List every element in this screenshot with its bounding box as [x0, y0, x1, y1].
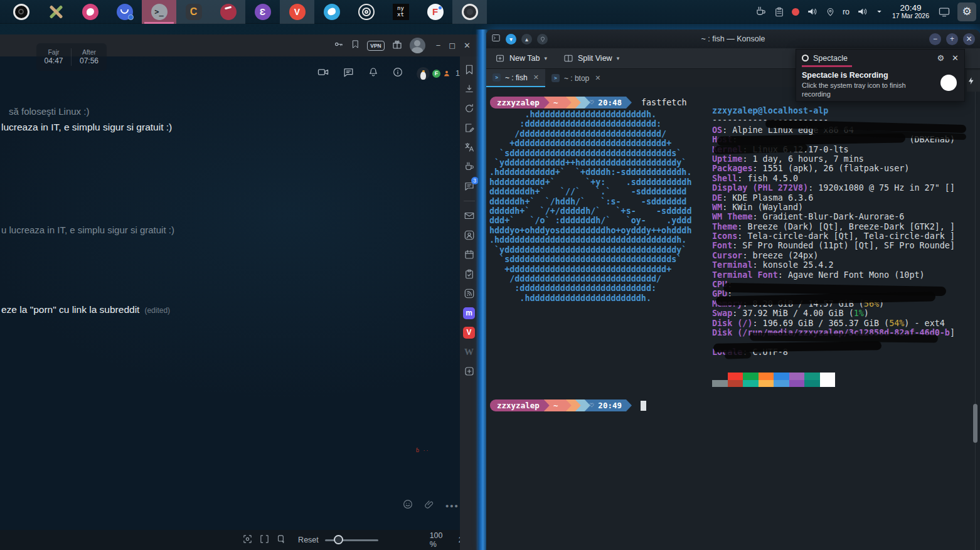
app-konsole-icon[interactable]: >_	[142, 0, 176, 24]
close-button[interactable]: ✕	[464, 41, 471, 50]
app-circle-dot-icon[interactable]	[4, 0, 38, 24]
fastfetch-info-line: Shell: fish 4.5.0	[712, 174, 955, 183]
recording-indicator-icon[interactable]	[792, 8, 799, 16]
app-telegram-icon[interactable]	[314, 0, 349, 24]
sidebar-envelope-icon[interactable]	[462, 209, 476, 223]
app-element-icon[interactable]: Ɛ	[245, 0, 280, 24]
konsole-tab[interactable]: >~ : fish✕	[486, 69, 545, 87]
app-blue-messenger-icon[interactable]	[107, 0, 142, 24]
app-cider-icon[interactable]: C	[176, 0, 211, 24]
region-capture-icon[interactable]	[242, 534, 253, 546]
emoji-icon[interactable]	[402, 499, 413, 512]
sidebar-translate-icon[interactable]	[462, 140, 476, 154]
minimize-button[interactable]: −	[436, 41, 441, 50]
sidebar-rss-icon[interactable]	[462, 287, 476, 300]
sidebar-noteedit-icon[interactable]	[462, 121, 476, 135]
zoom-slider-handle[interactable]	[334, 535, 343, 544]
maximize-button[interactable]: ◻	[449, 41, 455, 50]
tab-label: ~ : fish	[505, 73, 528, 82]
member-avatars[interactable]: F 15	[417, 67, 464, 80]
app-floorp-icon[interactable]: F	[418, 0, 452, 24]
vpn-badge[interactable]: VPN	[367, 41, 384, 51]
sidebar-calendar-icon[interactable]	[462, 248, 476, 262]
app-target-icon[interactable]	[349, 0, 383, 24]
app-darkred-icon[interactable]	[211, 0, 245, 24]
fastfetch-info-line: Packages: 1551 (apk), 26 (flatpak-user)	[712, 164, 955, 173]
terminal-app-icon[interactable]	[491, 33, 501, 45]
palette-swatch	[820, 380, 836, 388]
tray-expander-chevron-icon[interactable]	[875, 8, 883, 16]
chat-message: lucreaza in IT, e simplu sigur si gratui…	[1, 122, 172, 133]
sidebar-vivaldi-icon[interactable]: V	[462, 325, 476, 339]
prompt-line-1: zzxyzalep ~ ♡20:48 fastfetch	[490, 97, 687, 108]
new-tab-button[interactable]: New Tab ▾	[495, 53, 547, 63]
notification-body: Click the system tray icon to finish rec…	[802, 81, 921, 99]
key-icon[interactable]	[333, 39, 344, 52]
system-tray: ro 20:49 17 Mar 2026 ⚙	[755, 0, 980, 24]
volume-icon-2[interactable]	[856, 6, 868, 18]
user-avatar[interactable]	[410, 38, 425, 53]
palette-swatch	[712, 380, 728, 388]
recording-stop-button[interactable]	[940, 75, 957, 91]
reset-label[interactable]: Reset	[298, 536, 319, 544]
palette-swatch	[789, 373, 805, 380]
video-call-icon[interactable]	[317, 66, 329, 81]
konsole-titlebar[interactable]: ▾ ▴ ~ : fish — Konsole − + ✕	[486, 29, 980, 48]
display-config-icon[interactable]	[938, 6, 951, 18]
sidebar-refresh-icon[interactable]	[462, 102, 476, 115]
app-kodi-icon[interactable]	[38, 0, 73, 24]
zoom-toolbar: Reset 100 % 20:50	[0, 530, 478, 550]
profile-chevron-icon[interactable]: ▾	[506, 34, 516, 45]
konsole-tab[interactable]: >~ : btop✕	[545, 69, 607, 87]
app-nyxt-icon[interactable]: nyxt	[383, 0, 418, 24]
pin-icon[interactable]	[537, 34, 548, 45]
sidebar-bookmark-icon[interactable]	[462, 63, 476, 77]
close-button[interactable]: ✕	[963, 33, 975, 45]
volume-icon[interactable]	[806, 6, 818, 18]
terminal-viewport[interactable]: zzxyzalep ~ ♡20:48 fastfetch .hddddddddd…	[486, 87, 980, 550]
fastfetch-info-line: Cursor: breeze (24px)	[712, 251, 955, 260]
more-options-icon[interactable]: •••	[445, 500, 459, 511]
clipboard-tray-icon[interactable]	[774, 6, 785, 18]
digital-clock[interactable]: 20:49 17 Mar 2026	[892, 4, 929, 19]
fastfetch-info-line: Disk (/): 196.69 GiB / 365.37 GiB (54%) …	[712, 319, 955, 328]
attach-paperclip-icon[interactable]	[424, 499, 435, 512]
brackets-icon[interactable]	[259, 534, 270, 546]
notification-close-icon[interactable]: ✕	[952, 53, 959, 63]
zoom-slider[interactable]	[325, 539, 378, 541]
prayer-col1-label: Fajr	[36, 48, 71, 56]
info-icon[interactable]	[392, 66, 403, 80]
scroll-up-icon[interactable]: ▴	[521, 34, 532, 45]
app-pink-icon[interactable]	[73, 0, 107, 24]
bookmark-icon[interactable]	[351, 40, 360, 51]
sidebar-coffee-icon[interactable]	[462, 160, 476, 174]
split-view-button[interactable]: Split View ▾	[563, 53, 619, 63]
sidebar-plus-icon[interactable]	[462, 364, 476, 378]
command-text: fastfetch	[641, 98, 687, 107]
crop-select-icon[interactable]	[276, 534, 287, 546]
coffee-tray-icon[interactable]	[755, 6, 767, 18]
scrollbar-thumb[interactable]	[973, 404, 977, 443]
maximize-button[interactable]: +	[946, 33, 958, 45]
prompt-time-segment: ♡20:48	[585, 97, 632, 108]
location-pin-icon[interactable]	[825, 6, 836, 17]
app-record-circle-icon[interactable]	[452, 0, 487, 24]
scrollbar-track[interactable]	[975, 87, 976, 550]
notifications-bell-icon[interactable]	[368, 66, 379, 80]
minimize-button[interactable]: −	[929, 33, 941, 45]
chat-messages-icon[interactable]	[343, 66, 354, 81]
tab-close-icon[interactable]: ✕	[595, 74, 600, 82]
sidebar-chatbadge-icon[interactable]: 3	[462, 179, 476, 193]
tab-close-icon[interactable]: ✕	[533, 73, 539, 82]
keyboard-layout-indicator[interactable]: ro	[843, 8, 850, 16]
sidebar-wikipedia-icon[interactable]: W	[462, 345, 476, 359]
gift-icon[interactable]	[391, 39, 403, 53]
sidebar-person-icon[interactable]	[462, 228, 476, 242]
sidebar-download-icon[interactable]	[462, 82, 476, 96]
sidebar-mastodon-icon[interactable]: m	[462, 306, 476, 320]
app-vivaldi-icon[interactable]: V	[280, 0, 314, 24]
notification-settings-gear-icon[interactable]: ⚙	[937, 53, 944, 63]
notification-app-name: Spectacle	[813, 54, 848, 63]
settings-gear-icon[interactable]: ⚙	[957, 3, 976, 21]
sidebar-clipcheck-icon[interactable]	[462, 267, 476, 281]
